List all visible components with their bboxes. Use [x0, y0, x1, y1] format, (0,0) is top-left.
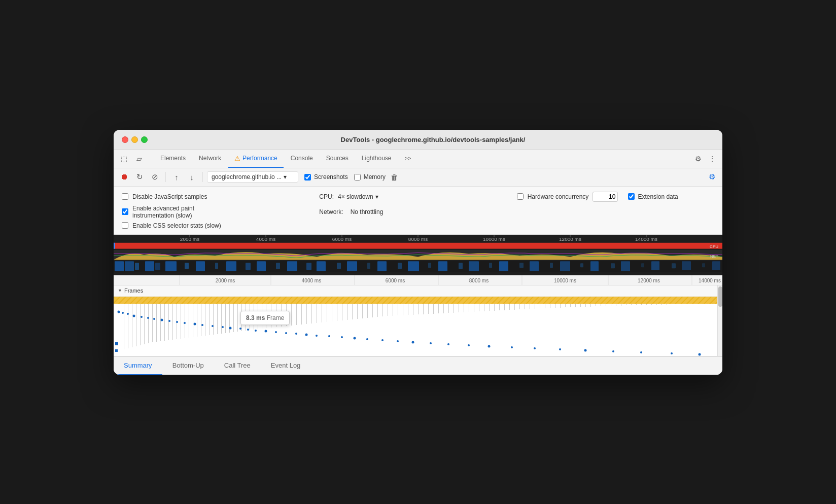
svg-rect-131 [352, 304, 353, 319]
extension-data-checkbox[interactable] [628, 193, 635, 200]
cpu-dropdown: 4× slowdown ▾ [338, 193, 378, 200]
vertical-scrollbar[interactable] [717, 285, 722, 356]
svg-point-205 [127, 313, 129, 315]
svg-rect-138 [388, 304, 388, 316]
svg-rect-178 [590, 304, 591, 307]
more-options-icon[interactable]: ⋮ [706, 153, 718, 165]
url-selector[interactable]: googlechrome.github.io ... ▾ [207, 171, 298, 183]
tab-console[interactable]: Console [285, 150, 319, 168]
upload-button[interactable]: ↑ [170, 170, 183, 184]
svg-rect-181 [606, 304, 606, 306]
hardware-concurrency-input[interactable] [593, 192, 618, 202]
svg-rect-167 [535, 304, 535, 309]
svg-point-224 [285, 332, 287, 334]
svg-rect-186 [631, 304, 632, 305]
toolbar-right: ⚙ [705, 170, 718, 184]
svg-rect-60 [702, 263, 705, 267]
svg-point-211 [168, 320, 170, 322]
hardware-checkbox[interactable] [517, 193, 524, 200]
tab-lighthouse[interactable]: Lighthouse [356, 150, 398, 168]
minimize-button[interactable] [131, 136, 138, 143]
enable-paint-checkbox[interactable] [122, 208, 128, 215]
svg-rect-184 [621, 304, 621, 306]
bottom-tabs: Summary Bottom-Up Call Tree Event Log [114, 356, 722, 375]
svg-rect-106 [233, 304, 234, 332]
svg-rect-158 [489, 304, 490, 311]
svg-rect-31 [257, 261, 266, 271]
svg-rect-78 [114, 297, 717, 304]
tab-summary[interactable]: Summary [114, 357, 162, 375]
tab-bottom-up[interactable]: Bottom-Up [162, 357, 214, 375]
inspect-element-icon[interactable]: ⬚ [118, 153, 130, 165]
svg-rect-147 [433, 304, 434, 314]
enable-css-checkbox[interactable] [122, 222, 128, 229]
tab-sources[interactable]: Sources [320, 150, 355, 168]
main-timeline-ruler: 2000 ms 4000 ms 6000 ms 8000 ms 10000 ms… [114, 275, 722, 285]
timeline-overview[interactable]: 2000 ms 4000 ms 6000 ms 8000 ms 10000 ms… [114, 235, 722, 275]
svg-rect-135 [372, 304, 373, 317]
svg-rect-130 [347, 304, 347, 320]
svg-rect-196 [682, 304, 682, 304]
cpu-dropdown-arrow[interactable]: ▾ [375, 193, 378, 200]
svg-text:4000 ms: 4000 ms [302, 278, 321, 283]
svg-point-241 [559, 348, 561, 350]
svg-rect-123 [311, 304, 312, 323]
screenshots-checkbox[interactable] [304, 174, 311, 181]
svg-rect-132 [357, 304, 358, 319]
svg-rect-168 [540, 304, 540, 308]
download-button[interactable]: ↓ [185, 170, 198, 184]
clear-button[interactable]: ⊘ [148, 170, 161, 184]
settings-gear-icon[interactable]: ⚙ [705, 170, 718, 184]
svg-rect-139 [393, 304, 393, 316]
memory-checkbox-label[interactable]: Memory [354, 173, 386, 181]
svg-rect-160 [499, 304, 500, 310]
record-button[interactable]: ⏺ [118, 170, 131, 184]
svg-point-234 [412, 341, 414, 343]
svg-rect-197 [687, 304, 687, 304]
tab-event-log[interactable]: Event Log [261, 357, 311, 375]
svg-rect-94 [185, 304, 185, 338]
memory-checkbox[interactable] [354, 174, 361, 181]
svg-rect-32 [276, 263, 280, 269]
svg-rect-189 [646, 304, 647, 305]
svg-rect-41 [408, 261, 419, 271]
reload-button[interactable]: ↻ [133, 170, 146, 184]
frames-content: 8.3 ms Frame [114, 297, 722, 356]
tab-elements[interactable]: Elements [154, 150, 192, 168]
traffic-lights [122, 136, 148, 143]
scrollbar-thumb[interactable] [718, 286, 722, 307]
screenshots-checkbox-label[interactable]: Screenshots [304, 173, 348, 181]
svg-rect-52 [580, 263, 583, 267]
svg-point-219 [239, 328, 241, 330]
frames-track[interactable]: ▼ Frames [114, 285, 722, 356]
tab-more[interactable]: >> [399, 150, 417, 168]
svg-text:14000 ms: 14000 ms [635, 236, 657, 241]
close-button[interactable] [122, 136, 128, 143]
svg-rect-47 [499, 261, 508, 271]
device-toggle-icon[interactable]: ▱ [133, 153, 145, 165]
svg-point-233 [397, 340, 399, 342]
svg-rect-145 [423, 304, 424, 314]
svg-rect-165 [525, 304, 525, 309]
tab-call-tree[interactable]: Call Tree [214, 357, 261, 375]
tab-performance[interactable]: ⚠ Performance [228, 150, 284, 168]
devtools-container: ⬚ ▱ Elements Network ⚠ Performance Conso… [114, 150, 722, 375]
svg-rect-128 [337, 304, 337, 321]
disable-js-checkbox[interactable] [122, 193, 128, 200]
memory-icon-btn[interactable]: 🗑 [388, 170, 401, 184]
settings-icon[interactable]: ⚙ [692, 153, 704, 165]
svg-rect-133 [362, 304, 363, 318]
maximize-button[interactable] [141, 136, 148, 143]
svg-rect-121 [301, 304, 302, 325]
svg-rect-172 [560, 304, 561, 308]
svg-rect-202 [712, 304, 713, 304]
tab-network[interactable]: Network [193, 150, 227, 168]
svg-rect-88 [160, 304, 161, 341]
svg-rect-98 [201, 304, 201, 336]
svg-point-203 [118, 310, 120, 313]
svg-rect-83 [140, 304, 141, 345]
enable-paint-row: Enable advanced paintinstrumentation (sl… [122, 205, 319, 219]
svg-point-238 [488, 345, 491, 347]
svg-rect-93 [181, 304, 181, 339]
svg-rect-58 [672, 263, 676, 268]
